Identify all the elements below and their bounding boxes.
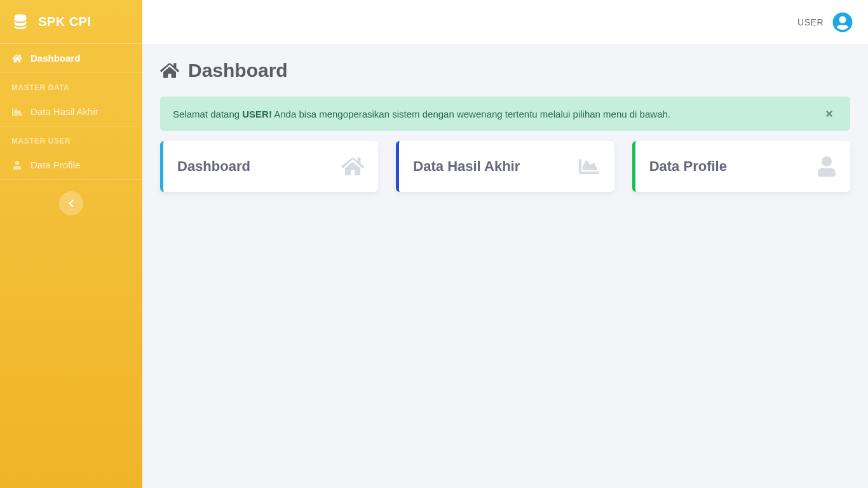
alert-text: Selamat datang USER! Anda bisa mengopera… xyxy=(173,109,670,119)
database-icon xyxy=(11,13,29,30)
cards-row: Dashboard Data Hasil Akhir Data Profile xyxy=(160,141,850,192)
content: Dashboard Selamat datang USER! Anda bisa… xyxy=(142,44,868,207)
user-icon xyxy=(11,161,23,170)
sidebar-item-label: Data Hasil Akhir xyxy=(31,106,98,117)
sidebar-item-label: Dashboard xyxy=(31,53,80,64)
welcome-alert: Selamat datang USER! Anda bisa mengopera… xyxy=(160,97,850,131)
card-dashboard[interactable]: Dashboard xyxy=(160,141,378,192)
brand-name: SPK CPI xyxy=(38,15,92,29)
alert-post: Anda bisa mengoperasikan sistem dengan w… xyxy=(272,109,670,119)
card-title: Data Profile xyxy=(649,158,727,175)
sidebar-item-hasil-akhir[interactable]: Data Hasil Akhir xyxy=(0,97,142,126)
chevron-left-icon xyxy=(68,199,74,208)
sidebar-item-profile[interactable]: Data Profile xyxy=(0,151,142,180)
card-title: Data Hasil Akhir xyxy=(413,158,520,175)
page-title: Dashboard xyxy=(160,60,850,81)
topbar: USER xyxy=(142,0,868,44)
card-title: Dashboard xyxy=(177,158,250,175)
alert-pre: Selamat datang xyxy=(173,109,242,119)
sidebar-section-master-data: MASTER DATA xyxy=(0,73,142,97)
sidebar-collapse-button[interactable] xyxy=(59,191,83,215)
alert-close-button[interactable] xyxy=(821,107,837,121)
sidebar: SPK CPI Dashboard MASTER DATA Data Hasil… xyxy=(0,0,142,488)
sidebar-section-master-user: MASTER USER xyxy=(0,126,142,151)
chart-area-icon xyxy=(578,156,600,177)
alert-strong: USER! xyxy=(242,109,272,119)
brand[interactable]: SPK CPI xyxy=(0,0,142,44)
avatar-icon[interactable] xyxy=(832,12,853,32)
close-icon xyxy=(825,109,834,118)
svg-point-0 xyxy=(15,14,27,18)
sidebar-item-label: Data Profile xyxy=(31,159,80,170)
sidebar-item-dashboard[interactable]: Dashboard xyxy=(0,44,142,73)
home-icon xyxy=(11,53,23,64)
topbar-user-label[interactable]: USER xyxy=(797,17,824,27)
home-icon xyxy=(160,62,179,79)
card-profile[interactable]: Data Profile xyxy=(632,141,850,192)
page-title-text: Dashboard xyxy=(188,60,288,81)
user-icon xyxy=(817,156,836,177)
home-icon xyxy=(341,156,364,177)
main: USER Dashboard Selamat datang USER! Anda… xyxy=(142,0,868,488)
chart-area-icon xyxy=(11,107,23,117)
card-hasil-akhir[interactable]: Data Hasil Akhir xyxy=(396,141,614,192)
